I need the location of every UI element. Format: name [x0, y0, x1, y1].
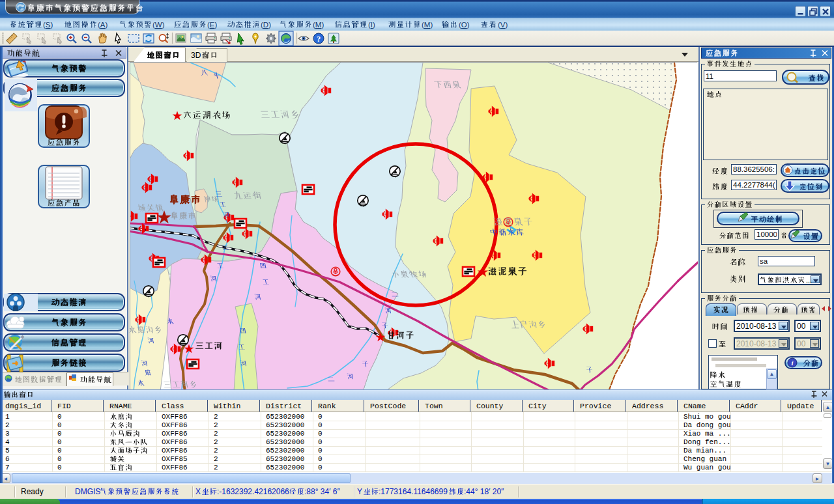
svg-text:?: ?: [317, 35, 321, 44]
